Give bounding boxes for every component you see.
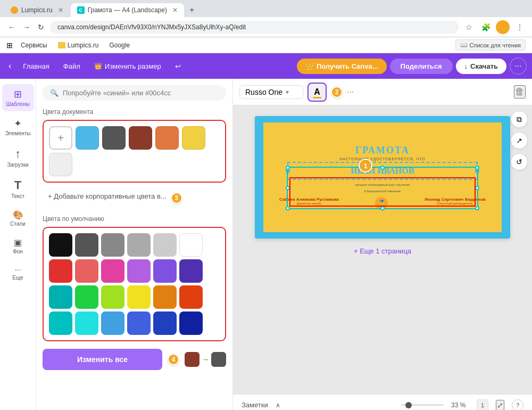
sidebar-item-elements[interactable]: ✦ Элементы <box>2 113 34 141</box>
doc-swatch-cyan[interactable] <box>76 126 99 150</box>
tab-lumpics[interactable]: Lumpics.ru ✕ <box>4 3 70 17</box>
def-swatch-6[interactable] <box>179 233 203 257</box>
doc-swatch-light-gray[interactable] <box>49 153 72 176</box>
text-label: Текст <box>11 193 24 199</box>
extensions-button[interactable]: 🧩 <box>479 20 493 34</box>
star-button[interactable]: ☆ <box>462 20 476 34</box>
cert-person1-name: Сабина Алимова Рустамова <box>279 197 339 202</box>
to-color-swatch[interactable] <box>211 352 226 367</box>
forward-button[interactable]: → <box>20 21 33 33</box>
def-swatch-14[interactable] <box>75 285 98 309</box>
def-swatch-22[interactable] <box>127 311 151 335</box>
tab-close-canva[interactable]: ✕ <box>172 6 178 14</box>
sidebar-item-templates[interactable]: ⊞ Шаблоны <box>2 84 34 111</box>
page-indicator[interactable]: 1 <box>477 399 488 411</box>
def-swatch-12[interactable] <box>179 259 203 283</box>
badge-2-toolbar: 2 <box>331 86 343 98</box>
text-format-button[interactable]: A <box>307 83 327 102</box>
download-button[interactable]: ↓ Скачать <box>456 59 506 74</box>
more-options-button[interactable]: ··· <box>510 58 527 75</box>
bookmark-lumpics[interactable]: Lumpics.ru <box>55 40 102 50</box>
def-swatch-15[interactable] <box>101 285 124 309</box>
change-all-button[interactable]: Изменить все <box>43 349 162 370</box>
def-swatch-3[interactable] <box>101 233 124 257</box>
def-swatch-13[interactable] <box>49 285 72 309</box>
reading-list-button[interactable]: 📖 Список для чтения <box>455 39 526 51</box>
rotate-tool[interactable]: ↺ <box>511 153 528 170</box>
bookmark-services[interactable]: Сервисы <box>18 40 50 50</box>
background-icon: ▣ <box>14 237 22 248</box>
def-swatch-17[interactable] <box>153 285 177 309</box>
def-swatch-20[interactable] <box>75 311 98 335</box>
def-swatch-2[interactable] <box>75 233 98 257</box>
def-swatch-5[interactable] <box>153 233 177 257</box>
doc-swatch-yellow[interactable] <box>182 126 205 150</box>
url-input[interactable] <box>50 21 459 34</box>
font-selector[interactable]: Russo One ▾ <box>239 85 303 99</box>
def-swatch-11[interactable] <box>153 259 177 283</box>
get-canva-button[interactable]: 👑 Получить Canva... <box>297 59 387 74</box>
zoom-slider[interactable] <box>401 404 444 406</box>
add-color-button[interactable]: + <box>49 126 72 150</box>
new-tab-button[interactable]: + <box>185 3 198 17</box>
expand-tool[interactable]: ↗ <box>511 132 528 149</box>
home-button[interactable]: Главная <box>18 59 54 73</box>
bookmark-google[interactable]: Google <box>106 40 132 50</box>
back-button[interactable]: ← <box>5 21 18 33</box>
help-button[interactable]: ? <box>512 399 523 411</box>
undo-button[interactable]: ↩ <box>170 59 186 73</box>
file-button[interactable]: Файл <box>58 59 86 73</box>
canvas-scroll[interactable]: ГРАМОТА НАСТОЯЩИМ УДОСТОВЕРЯЕТСЯ, ЧТО ИВ… <box>233 105 532 394</box>
def-swatch-4[interactable] <box>127 233 151 257</box>
cert-name-text: ИВАН ИВАНОВ <box>299 166 466 176</box>
doc-swatch-dark-red[interactable] <box>129 126 152 150</box>
reload-button[interactable]: ↻ <box>35 21 47 33</box>
def-swatch-18[interactable] <box>179 285 203 309</box>
canvas-area: Russo One ▾ A 2 ··· 🗑 <box>233 79 532 410</box>
bookmark-apps-group: ⊞ <box>6 41 13 50</box>
menu-button[interactable]: ⋮ <box>513 20 527 34</box>
cert-name-box[interactable]: ИВАН ИВАНОВ <box>287 162 478 180</box>
doc-swatch-dark-gray[interactable] <box>102 126 126 150</box>
cert-desc1: прошел необходимый курс обучения <box>355 183 410 186</box>
share-button[interactable]: Поделиться <box>390 59 453 74</box>
profile-avatar[interactable] <box>496 20 510 34</box>
copy-tool[interactable]: ⧉ <box>511 111 528 128</box>
sidebar-item-more[interactable]: ··· Еще <box>2 261 34 285</box>
def-swatch-19[interactable] <box>49 311 72 335</box>
def-swatch-7[interactable] <box>49 259 72 283</box>
from-color-swatch[interactable] <box>185 352 200 367</box>
apps-icon[interactable]: ⊞ <box>6 41 13 50</box>
sidebar-item-styles[interactable]: 🎨 Стили <box>2 206 34 231</box>
def-swatch-9[interactable] <box>101 259 124 283</box>
toolbar-more-button[interactable]: ··· <box>347 87 354 97</box>
doc-swatch-orange[interactable] <box>155 126 179 150</box>
tab-canva[interactable]: C Грамота — А4 (Landscape) ✕ <box>71 3 184 17</box>
def-swatch-10[interactable] <box>127 259 151 283</box>
sidebar-item-uploads[interactable]: ↑ Загрузки <box>2 143 34 172</box>
def-swatch-24[interactable] <box>179 311 203 335</box>
resize-button[interactable]: 👑 Изменить размер <box>89 59 167 73</box>
def-swatch-23[interactable] <box>153 311 177 335</box>
def-swatch-21[interactable] <box>101 311 124 335</box>
sidebar-item-background[interactable]: ▣ Фон <box>2 233 34 259</box>
add-brand-button[interactable]: + Добавьте корпоративные цвета в... <box>48 192 167 200</box>
doc-colors-swatches: + <box>43 120 226 183</box>
reading-list-icon: 📖 <box>460 42 468 48</box>
def-swatch-16[interactable] <box>127 285 151 309</box>
reading-list-label: Список для чтения <box>470 42 521 48</box>
add-page-button[interactable]: + Еще 1 страница <box>354 247 411 255</box>
sidebar-item-text[interactable]: T Текст <box>2 174 34 203</box>
back-to-home-button[interactable]: ‹ <box>5 58 14 74</box>
toolbar-delete-button[interactable]: 🗑 <box>514 85 526 99</box>
canvas-side-tools: ⧉ ↗ ↺ <box>511 111 528 170</box>
fullscreen-button[interactable]: ⤢ <box>496 400 504 411</box>
def-swatch-8[interactable] <box>75 259 98 283</box>
tab-icon-lumpics <box>11 6 18 14</box>
chevron-up-icon[interactable]: ∧ <box>276 401 280 409</box>
tab-close-lumpics[interactable]: ✕ <box>58 6 63 14</box>
add-brand-row: + Добавьте корпоративные цвета в... 3 <box>45 188 226 208</box>
text-icon: T <box>14 178 21 192</box>
def-swatch-1[interactable] <box>49 233 72 257</box>
color-search-input[interactable] <box>63 89 219 97</box>
